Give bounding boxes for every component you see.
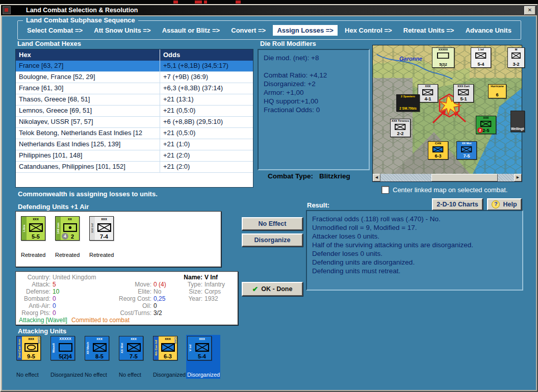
mod-line: Armor: +1,00 <box>264 88 364 97</box>
center-map-checkbox[interactable] <box>381 186 389 194</box>
hex-row-netherlands-east-indies-125-139[interactable]: Netherlands East Indies [125, 139]+21 (1… <box>16 139 253 150</box>
hex-row-france-61-30[interactable]: France [61, 30]+6,3 (+8,3B) (37:14) <box>16 83 253 94</box>
charts-button-label: 2-D-10 Charts <box>437 201 478 208</box>
combat-resolution-window: Land Combat Selection & Resolution ✕ Lan… <box>0 4 538 392</box>
unit-status: Disorganized <box>187 372 219 378</box>
type-value: Infantry <box>202 281 225 288</box>
map-unit-6[interactable]: Hurricane6 <box>488 84 506 98</box>
antiair-label: Anti-Air: <box>19 302 50 309</box>
unit-details-panel: Country: United Kingdom Name: V Inf Atta… <box>15 271 238 325</box>
attacking-title: Attacking Units <box>18 327 66 335</box>
combat-type-value: Blitzkrieg <box>319 172 350 180</box>
ok-done-button[interactable]: ✔ OK - Done <box>242 282 303 296</box>
hex-cell: Boulogne, France [52, 29] <box>16 72 160 83</box>
unit-status: Retreated <box>89 252 121 258</box>
phase-att-snow-units[interactable]: Att Snow Units => <box>90 25 155 36</box>
hex-row-lemnos-greece-69-51[interactable]: Lemnos, Greece [69, 51]+21 (0,5:0) <box>16 106 253 117</box>
result-line: Attacker loses 0 units. <box>312 232 517 241</box>
unit-tile-wavell[interactable]: XXXXXWavell5(2)4Disorganized <box>49 335 84 379</box>
ok-done-label: OK - Done <box>261 285 292 293</box>
background-decoration <box>236 1 241 4</box>
unit-counter-wavell[interactable]: XXXXXWavell5(2)4 <box>50 336 75 360</box>
dialog-content: Land Combat Subphase Sequence Select Com… <box>2 16 536 390</box>
scroll-right-button[interactable]: ▶ <box>514 174 522 181</box>
unit-tile-4th-can-inf[interactable]: xxx4th Can InfCAN6-3Disorganized <box>152 335 186 379</box>
cost-turns-label: Cost/Turns: <box>113 309 151 317</box>
map-unit-5-1[interactable]: XXX Gert5-1 <box>453 84 474 102</box>
unit-tile-xii-mech[interactable]: xxxXII Mech8-5No effect <box>84 335 118 379</box>
unit-counter-xx-mot[interactable]: xxxXX Mot7-5 <box>119 336 143 360</box>
background-decoration <box>173 1 178 4</box>
hex-row-nikolayev-ussr-57-57[interactable]: Nikolayev, USSR [57, 57]+6 (+8,8B) (29,5… <box>16 117 253 128</box>
unit-status: Retreated <box>21 252 53 258</box>
hex-row-france-63-27[interactable]: France [63, 27]+5,1 (+8,1B) (34,5:17) <box>16 61 253 72</box>
antiair-value: 0 <box>50 302 113 309</box>
hex-row-philippines-101-148[interactable]: Philippines [101, 148]+21 (2:0) <box>16 150 253 162</box>
map-unit-wellington[interactable]: Wellington <box>510 111 525 132</box>
unit-tile-2nd-can-arm[interactable]: xxx2nd Can ArmCAN9-5No effect <box>15 335 49 379</box>
unit-counter-libia[interactable]: xxxLibia5-5 <box>21 216 45 241</box>
phase-advance-units[interactable]: Advance Units <box>462 25 516 36</box>
hex-row-catanduanes-philippines-101-152[interactable]: Catanduanes, Philippines [101, 152]+21 (… <box>16 162 253 173</box>
map-unit-6-3[interactable]: CAN6-3 <box>428 141 448 160</box>
map-unit-3-2[interactable]: M3-2 <box>507 47 525 68</box>
unit-status: Disorganized <box>50 372 83 378</box>
background-decoration <box>204 1 207 4</box>
center-map-checkbox-row[interactable]: Center linked map on selected combat. <box>381 186 507 194</box>
hex-row-telok-betong-netherlands-east-indies-12[interactable]: Telok Betong, Netherlands East Indies [1… <box>16 128 253 139</box>
unit-tile-v-inf[interactable]: xxxV Inf5-4Disorganized <box>186 335 220 379</box>
unit-tile-libia[interactable]: xxxLibia5-5Retreated <box>20 215 54 259</box>
column-header-hex[interactable]: Hex <box>16 49 160 61</box>
phase-hex-control[interactable]: Hex Control => <box>341 25 396 36</box>
scroll-track[interactable] <box>380 174 514 181</box>
country-value: United Kingdom <box>50 274 113 281</box>
map-unit-2-sm-79bis[interactable]: 2 Spaviero2 SM.79bis <box>396 94 420 112</box>
odds-cell: +6 (+8,8B) (29,5:10) <box>160 117 253 127</box>
map-unit-4-1[interactable]: XXX4-1 <box>418 84 438 102</box>
phase-convert[interactable]: Convert => <box>227 25 270 36</box>
defending-units-panel: xxxLibia5-5Retreatedxx149 mm42Retreatedx… <box>15 211 221 267</box>
help-button[interactable]: ? Help <box>487 198 522 211</box>
unit-counter-4th-can-inf[interactable]: xxx4th Can InfCAN6-3 <box>153 336 177 360</box>
scroll-left-button[interactable]: ◀ <box>373 174 380 181</box>
unit-tile-xxi-inf[interactable]: xxxXXI Inf7-4Retreated <box>88 215 122 259</box>
odds-cell: +21 (0,5:0) <box>160 128 253 139</box>
hex-row-thasos-greece-68-51[interactable]: Thasos, Greece [68, 51]+21 (13:1) <box>16 94 253 106</box>
map-unit-7-5[interactable]: XX Mot7-5 <box>456 141 477 160</box>
map-unit-2-5[interactable]: XXX22-5 <box>476 116 496 134</box>
reorg-pts-value: 0 <box>50 309 113 317</box>
mod-line: Combat Ratio: +4,12 <box>264 71 364 80</box>
no-effect-button[interactable]: No Effect <box>242 217 303 230</box>
unit-counter-v-inf[interactable]: xxxV Inf5-4 <box>187 336 212 360</box>
unit-counter-149-mm[interactable]: xx149 mm42 <box>55 216 80 241</box>
phase-assign-losses[interactable]: Assign Losses => <box>273 25 338 36</box>
reorg-pts-label: Reorg Pts: <box>19 309 50 317</box>
title-bar[interactable]: Land Combat Selection & Resolution ✕ <box>1 5 537 15</box>
unit-tile-149-mm[interactable]: xx149 mm42Retreated <box>54 215 88 259</box>
map-unit-5-2-2[interactable]: XXXXX5(2)2 <box>432 47 454 68</box>
unit-tile-xx-mot[interactable]: xxxXX Mot7-5No effect <box>118 335 152 379</box>
charts-button[interactable]: 2-D-10 Charts <box>432 198 483 211</box>
hex-table: Hex Odds France [63, 27]+5,1 (+8,1B) (34… <box>15 49 253 188</box>
scroll-thumb[interactable] <box>431 174 498 181</box>
unit-counter-2nd-can-arm[interactable]: xxx2nd Can ArmCAN9-5 <box>16 336 41 360</box>
close-button[interactable]: ✕ <box>524 6 535 15</box>
unit-counter-xxi-inf[interactable]: xxxXXI Inf7-4 <box>89 216 114 241</box>
phase-retreat-units[interactable]: Retreat Units => <box>399 25 458 36</box>
unit-counter-xii-mech[interactable]: xxxXII Mech8-5 <box>85 336 109 360</box>
column-header-odds[interactable]: Odds <box>160 49 253 61</box>
result-line: Defending units must retreat. <box>312 267 517 275</box>
map-unit-2-2[interactable]: XXX Tirrenos2-2 <box>390 119 411 137</box>
map-scrollbar[interactable]: ◀ ▶ <box>373 174 522 181</box>
status-line: Commonwealth is assigning losses to unit… <box>18 190 158 198</box>
odds-cell: +6,3 (+8,3B) (37:14) <box>160 83 253 94</box>
combat-type-label: Combat Type: <box>268 172 313 180</box>
hex-row-boulogne-france-52-29[interactable]: Boulogne, France [52, 29]+7 (+9B) (36:9) <box>16 72 253 83</box>
country-label: Country: <box>19 274 50 281</box>
defense-value: 10 <box>50 288 113 295</box>
phase-select-combat[interactable]: Select Combat => <box>23 25 87 36</box>
map-unit-5-4[interactable]: 1 Inf5-4 <box>471 47 491 68</box>
phase-assault-or-blitz[interactable]: Assault or Blitz => <box>158 25 224 36</box>
disorganize-button[interactable]: Disorganize <box>242 233 303 247</box>
modifiers-panel: Die mod. (net): +8Combat Ratio: +4,12Dis… <box>258 49 370 170</box>
